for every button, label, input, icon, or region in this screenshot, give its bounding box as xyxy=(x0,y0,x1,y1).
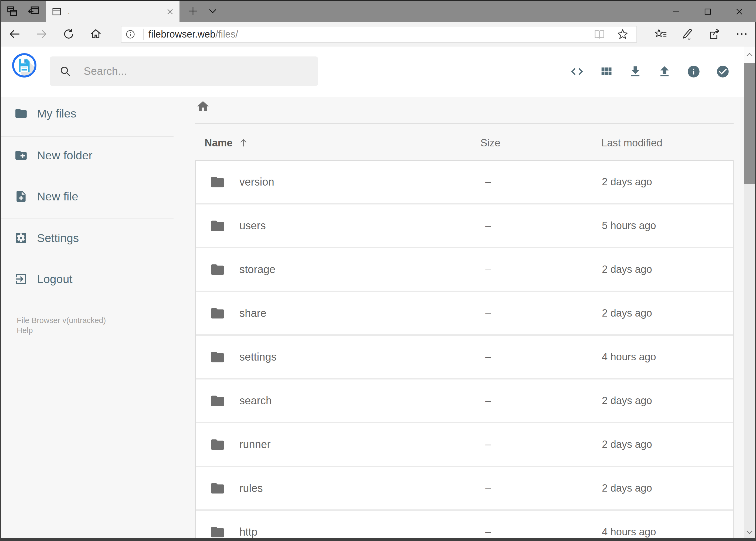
code-view-button[interactable] xyxy=(570,64,584,80)
info-icon xyxy=(687,65,701,79)
select-multiple-button[interactable] xyxy=(716,64,730,80)
new-tab-button[interactable] xyxy=(184,0,202,22)
more-menu-button[interactable] xyxy=(734,22,750,46)
tab-title: . xyxy=(68,7,70,16)
table-row[interactable]: version – 2 days ago xyxy=(196,161,733,203)
close-icon xyxy=(735,7,744,16)
sidebar-item-new-folder[interactable]: New folder xyxy=(0,135,177,176)
file-size: – xyxy=(483,220,602,232)
address-bar[interactable]: filebrowser.web/files/ xyxy=(121,26,637,43)
tabs-set-aside-icon xyxy=(27,6,40,16)
upload-icon xyxy=(657,65,671,79)
table-row[interactable]: http – 4 hours ago xyxy=(196,511,733,538)
grid-view-button[interactable] xyxy=(599,64,613,80)
home-icon xyxy=(196,99,210,114)
url-text[interactable]: filebrowser.web/files/ xyxy=(148,29,238,40)
forward-button[interactable] xyxy=(34,22,50,46)
favorites-hub-button[interactable] xyxy=(653,22,669,46)
sidebar-item-label: My files xyxy=(37,107,76,120)
url-path: /files/ xyxy=(215,29,238,40)
file-name: search xyxy=(239,395,272,407)
share-button[interactable] xyxy=(706,22,722,46)
file-size: – xyxy=(483,351,602,363)
home-button[interactable] xyxy=(88,22,104,46)
tab-preview-button[interactable] xyxy=(3,0,22,22)
close-window-button[interactable] xyxy=(723,1,755,22)
close-icon xyxy=(166,8,173,15)
folder-icon xyxy=(210,437,225,452)
column-header-size[interactable]: Size xyxy=(480,137,601,149)
settings-gear-icon xyxy=(14,231,28,245)
chevron-down-icon xyxy=(208,7,217,15)
minimize-icon xyxy=(671,7,681,16)
scroll-down-button[interactable] xyxy=(744,526,755,538)
file-name: users xyxy=(239,220,266,232)
file-modified: 4 hours ago xyxy=(602,351,734,363)
address-divider xyxy=(143,29,143,40)
refresh-button[interactable] xyxy=(61,22,77,46)
column-header-modified[interactable]: Last modified xyxy=(601,137,734,149)
sidebar: My files New folder New file Settings Lo… xyxy=(0,97,177,538)
sidebar-item-my-files[interactable]: My files xyxy=(0,93,177,134)
sidebar-item-new-file[interactable]: New file xyxy=(0,176,177,217)
search-box[interactable] xyxy=(50,56,318,86)
list-header: Name Size Last modified xyxy=(195,135,734,151)
upload-button[interactable] xyxy=(657,64,671,80)
site-info-button[interactable] xyxy=(122,29,139,40)
filebrowser-floppy-logo-icon xyxy=(11,52,38,79)
sidebar-item-logout[interactable]: Logout xyxy=(0,259,177,299)
file-name: rules xyxy=(239,482,263,494)
sidebar-item-label: New folder xyxy=(37,149,93,162)
folder-icon xyxy=(210,174,225,190)
download-button[interactable] xyxy=(629,64,642,80)
sidebar-item-label: Settings xyxy=(37,232,79,245)
folder-icon xyxy=(210,524,225,539)
table-row[interactable]: search – 2 days ago xyxy=(196,379,733,422)
file-modified: 5 hours ago xyxy=(602,220,734,232)
scrollbar-thumb[interactable] xyxy=(744,63,755,184)
page-icon xyxy=(52,8,61,16)
column-header-name[interactable]: Name xyxy=(195,137,483,149)
favorite-star-button[interactable] xyxy=(617,28,629,41)
chevron-up-icon xyxy=(745,51,754,58)
info-button[interactable] xyxy=(687,64,701,80)
search-input[interactable] xyxy=(84,65,318,77)
tab-list-button[interactable] xyxy=(204,0,221,22)
browser-tab[interactable]: . xyxy=(46,1,179,22)
more-dots-icon xyxy=(735,28,748,41)
download-icon xyxy=(629,65,642,79)
file-name: http xyxy=(239,526,257,538)
breadcrumb-home-button[interactable] xyxy=(194,99,212,114)
table-row[interactable]: rules – 2 days ago xyxy=(196,467,733,509)
file-size: – xyxy=(483,395,602,406)
file-name: share xyxy=(239,307,266,319)
page-scrollbar[interactable] xyxy=(744,46,755,538)
tabs-set-aside-button[interactable] xyxy=(24,0,43,22)
table-row[interactable]: settings – 4 hours ago xyxy=(196,336,733,378)
window-controls xyxy=(660,1,755,22)
app-version-text: File Browser v(untracked) xyxy=(17,315,106,325)
table-row[interactable]: users – 5 hours ago xyxy=(196,205,733,247)
sidebar-item-settings[interactable]: Settings xyxy=(0,218,177,259)
back-button[interactable] xyxy=(6,22,23,46)
folder-icon xyxy=(210,393,225,409)
web-notes-pen-button[interactable] xyxy=(679,22,695,46)
file-name: version xyxy=(239,176,274,188)
reading-view-button[interactable] xyxy=(593,29,606,40)
file-modified: 2 days ago xyxy=(602,395,734,406)
maximize-button[interactable] xyxy=(692,1,723,22)
header-actions xyxy=(570,46,730,97)
minimize-button[interactable] xyxy=(660,1,692,22)
scroll-up-button[interactable] xyxy=(744,46,755,63)
file-size: – xyxy=(483,176,602,188)
help-link[interactable]: Help xyxy=(17,325,33,335)
app-logo[interactable] xyxy=(11,52,38,79)
maximize-icon xyxy=(703,7,712,16)
window-edge-left xyxy=(0,0,1,541)
table-row[interactable]: runner – 2 days ago xyxy=(196,423,733,466)
file-name: runner xyxy=(239,438,271,450)
tab-close-button[interactable] xyxy=(166,8,173,15)
table-row[interactable]: share – 2 days ago xyxy=(196,292,733,334)
table-row[interactable]: storage – 2 days ago xyxy=(196,248,733,290)
folder-icon xyxy=(210,218,225,234)
